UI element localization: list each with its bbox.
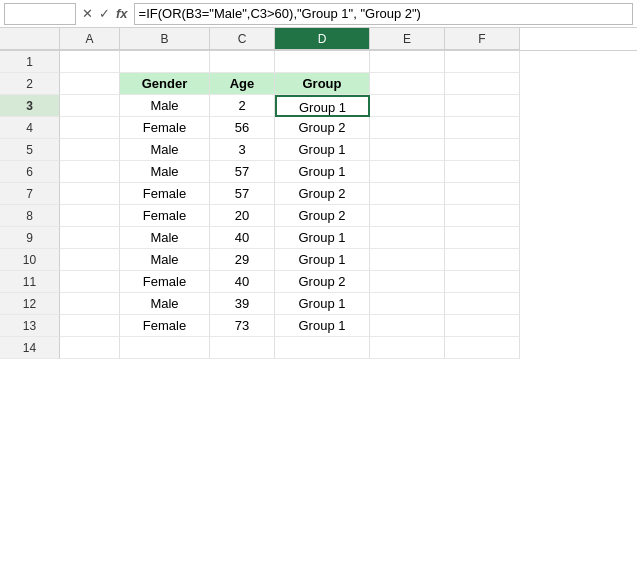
cell-a[interactable]	[60, 117, 120, 139]
cell-b[interactable]: Female	[120, 271, 210, 293]
cell-b[interactable]: Male	[120, 95, 210, 117]
formula-input[interactable]	[134, 3, 633, 25]
cell-c[interactable]: 3	[210, 139, 275, 161]
cell-d[interactable]: Group 1	[275, 315, 370, 337]
cell-f[interactable]	[445, 95, 520, 117]
cell-f[interactable]	[445, 249, 520, 271]
row-number[interactable]: 4	[0, 117, 60, 139]
cell-c[interactable]	[210, 337, 275, 359]
cell-a[interactable]	[60, 249, 120, 271]
cell-d[interactable]: Group	[275, 73, 370, 95]
cell-b[interactable]: Male	[120, 227, 210, 249]
row-number[interactable]: 8	[0, 205, 60, 227]
cell-d[interactable]: Group 1	[275, 139, 370, 161]
cell-a[interactable]	[60, 293, 120, 315]
cell-a[interactable]	[60, 95, 120, 117]
col-header-a[interactable]: A	[60, 28, 120, 50]
cell-a[interactable]	[60, 337, 120, 359]
cell-d[interactable]: Group 1	[275, 161, 370, 183]
cell-e[interactable]	[370, 95, 445, 117]
cell-e[interactable]	[370, 271, 445, 293]
cell-c[interactable]: 57	[210, 161, 275, 183]
cell-f[interactable]	[445, 51, 520, 73]
cell-e[interactable]	[370, 249, 445, 271]
cell-d[interactable]: Group 2	[275, 271, 370, 293]
row-number[interactable]: 5	[0, 139, 60, 161]
cell-c[interactable]	[210, 51, 275, 73]
cell-d[interactable]: Group 1	[275, 249, 370, 271]
cell-e[interactable]	[370, 117, 445, 139]
row-number[interactable]: 11	[0, 271, 60, 293]
cell-a[interactable]	[60, 315, 120, 337]
cell-f[interactable]	[445, 293, 520, 315]
cell-d[interactable]: Group 1	[275, 293, 370, 315]
cell-a[interactable]	[60, 139, 120, 161]
cell-e[interactable]	[370, 293, 445, 315]
cell-c[interactable]: 40	[210, 271, 275, 293]
col-header-d[interactable]: D	[275, 28, 370, 50]
cell-d[interactable]	[275, 337, 370, 359]
cell-c[interactable]: 56	[210, 117, 275, 139]
cell-a[interactable]	[60, 183, 120, 205]
cell-c[interactable]: Age	[210, 73, 275, 95]
cell-e[interactable]	[370, 315, 445, 337]
cell-c[interactable]: 57	[210, 183, 275, 205]
cell-e[interactable]	[370, 227, 445, 249]
cell-d[interactable]: Group 1	[275, 95, 370, 117]
cell-b[interactable]: Male	[120, 161, 210, 183]
cell-e[interactable]	[370, 73, 445, 95]
row-number[interactable]: 7	[0, 183, 60, 205]
cell-e[interactable]	[370, 205, 445, 227]
insert-function-icon[interactable]: fx	[114, 6, 130, 21]
cell-d[interactable]: Group 2	[275, 117, 370, 139]
cell-e[interactable]	[370, 51, 445, 73]
cell-e[interactable]	[370, 139, 445, 161]
row-number[interactable]: 12	[0, 293, 60, 315]
col-header-e[interactable]: E	[370, 28, 445, 50]
cell-b[interactable]: Male	[120, 293, 210, 315]
col-header-f[interactable]: F	[445, 28, 520, 50]
cell-c[interactable]: 73	[210, 315, 275, 337]
cell-b[interactable]	[120, 337, 210, 359]
cell-e[interactable]	[370, 161, 445, 183]
row-number[interactable]: 1	[0, 51, 60, 73]
cell-b[interactable]: Female	[120, 183, 210, 205]
cell-f[interactable]	[445, 117, 520, 139]
confirm-icon[interactable]: ✓	[97, 6, 112, 21]
col-header-b[interactable]: B	[120, 28, 210, 50]
cell-e[interactable]	[370, 337, 445, 359]
cell-b[interactable]: Female	[120, 117, 210, 139]
name-box[interactable]	[4, 3, 76, 25]
row-number[interactable]: 9	[0, 227, 60, 249]
cell-d[interactable]: Group 1	[275, 227, 370, 249]
cell-f[interactable]	[445, 161, 520, 183]
cell-c[interactable]: 29	[210, 249, 275, 271]
col-header-c[interactable]: C	[210, 28, 275, 50]
cell-b[interactable]: Female	[120, 205, 210, 227]
cell-f[interactable]	[445, 205, 520, 227]
cell-b[interactable]: Female	[120, 315, 210, 337]
cell-f[interactable]	[445, 315, 520, 337]
cell-f[interactable]	[445, 337, 520, 359]
cell-a[interactable]	[60, 205, 120, 227]
cell-b[interactable]	[120, 51, 210, 73]
cell-e[interactable]	[370, 183, 445, 205]
row-number[interactable]: 13	[0, 315, 60, 337]
row-number[interactable]: 14	[0, 337, 60, 359]
cell-f[interactable]	[445, 271, 520, 293]
cancel-icon[interactable]: ✕	[80, 6, 95, 21]
cell-c[interactable]: 39	[210, 293, 275, 315]
cell-d[interactable]	[275, 51, 370, 73]
cell-a[interactable]	[60, 161, 120, 183]
cell-f[interactable]	[445, 73, 520, 95]
row-number[interactable]: 3	[0, 95, 60, 117]
cell-b[interactable]: Male	[120, 139, 210, 161]
cell-a[interactable]	[60, 73, 120, 95]
cell-f[interactable]	[445, 139, 520, 161]
cell-b[interactable]: Male	[120, 249, 210, 271]
cell-f[interactable]	[445, 227, 520, 249]
cell-d[interactable]: Group 2	[275, 183, 370, 205]
row-number[interactable]: 6	[0, 161, 60, 183]
cell-a[interactable]	[60, 227, 120, 249]
row-number[interactable]: 10	[0, 249, 60, 271]
